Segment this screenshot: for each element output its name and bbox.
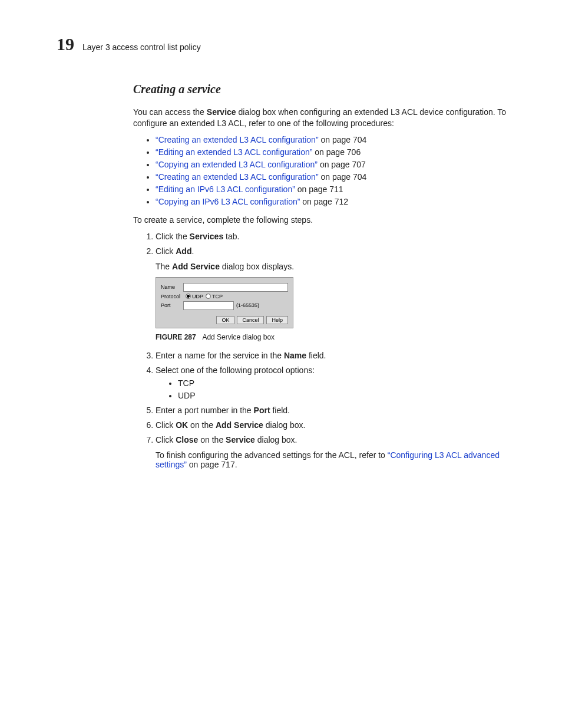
add-service-dialog: Name Protocol UDP TCP Port (1-65535) xyxy=(156,277,293,328)
udp-radio[interactable] xyxy=(186,294,191,299)
content-column: Creating a service You can access the Se… xyxy=(133,83,529,469)
step-1: Click the Services tab. xyxy=(156,232,529,241)
xref-page: on page 711 xyxy=(295,185,343,194)
text-bold: Add Service xyxy=(216,420,263,430)
text: Enter a name for the service in the xyxy=(156,351,284,360)
running-header: 19 Layer 3 access control list policy xyxy=(57,34,527,54)
text-bold: Close xyxy=(176,435,198,444)
text: Select one of the following protocol opt… xyxy=(156,365,315,375)
dialog-protocol-label: Protocol xyxy=(161,294,183,299)
text-bold: Services xyxy=(190,232,224,241)
step-sub: To finish configuring the advanced setti… xyxy=(156,450,529,469)
text-bold: OK xyxy=(176,420,188,430)
text-bold: Name xyxy=(284,351,306,360)
text-bold: Port xyxy=(254,406,270,415)
port-field[interactable] xyxy=(183,301,234,310)
text: Click xyxy=(156,435,176,444)
chapter-title: Layer 3 access control list policy xyxy=(82,42,201,52)
step-6: Click OK on the Add Service dialog box. xyxy=(156,420,529,430)
tcp-radio-label: TCP xyxy=(212,294,223,299)
tcp-radio[interactable] xyxy=(206,294,211,299)
text: You can access the xyxy=(133,107,207,117)
list-item: TCP xyxy=(178,378,529,388)
section-heading: Creating a service xyxy=(133,83,529,96)
xref-link[interactable]: “Copying an IPv6 L3 ACL configuration” xyxy=(156,197,300,206)
list-item: “Copying an IPv6 L3 ACL configuration” o… xyxy=(156,197,529,206)
text: The xyxy=(156,262,172,271)
text-bold: Service xyxy=(226,435,255,444)
step-7: Click Close on the Service dialog box. T… xyxy=(156,435,529,469)
dialog-port-label: Port xyxy=(161,302,183,308)
xref-link[interactable]: “Editing an IPv6 L3 ACL configuration” xyxy=(156,185,295,194)
xref-page: on page 712 xyxy=(300,197,348,206)
udp-radio-label: UDP xyxy=(192,294,203,299)
text: To finish configuring the advanced setti… xyxy=(156,450,388,460)
text: dialog box. xyxy=(263,420,306,430)
list-item: “Creating an extended L3 ACL configurati… xyxy=(156,135,529,144)
xref-link[interactable]: “Creating an extended L3 ACL configurati… xyxy=(156,172,319,182)
text: tab. xyxy=(223,232,239,241)
cancel-button[interactable]: Cancel xyxy=(237,316,264,324)
list-item: “Copying an extended L3 ACL configuratio… xyxy=(156,160,529,169)
text: dialog box displays. xyxy=(220,262,294,271)
text: on the xyxy=(188,420,216,430)
step-2: Click Add. The Add Service dialog box di… xyxy=(156,246,529,341)
xref-page: on page 707 xyxy=(318,160,366,169)
text: Click xyxy=(156,420,176,430)
step-sub: The Add Service dialog box displays. xyxy=(156,262,529,271)
text: Enter a port number in the xyxy=(156,406,254,415)
xref-page: on page 704 xyxy=(319,172,367,182)
figure-title: Add Service dialog box xyxy=(202,333,275,341)
text: Click xyxy=(156,246,176,256)
protocol-options: TCP UDP xyxy=(156,378,529,400)
xref-link[interactable]: “Copying an extended L3 ACL configuratio… xyxy=(156,160,318,169)
chapter-number: 19 xyxy=(57,34,74,54)
text-bold: Add xyxy=(176,246,191,256)
figure-label: FIGURE 287 xyxy=(156,333,196,341)
xref-link[interactable]: “Editing an extended L3 ACL configuratio… xyxy=(156,147,312,157)
step-5: Enter a port number in the Port field. xyxy=(156,406,529,415)
text: on the xyxy=(198,435,226,444)
step-4: Select one of the following protocol opt… xyxy=(156,365,529,400)
text-bold: Add Service xyxy=(172,262,220,271)
procedure-steps: Click the Services tab. Click Add. The A… xyxy=(133,232,529,469)
xref-link[interactable]: “Creating an extended L3 ACL configurati… xyxy=(156,135,319,144)
intro-paragraph: You can access the Service dialog box wh… xyxy=(133,107,529,129)
text: dialog box. xyxy=(255,435,297,444)
ok-button[interactable]: OK xyxy=(216,316,234,324)
xref-page: on page 704 xyxy=(319,135,367,144)
lead-in: To create a service, complete the follow… xyxy=(133,215,529,226)
list-item: “Editing an IPv6 L3 ACL configuration” o… xyxy=(156,185,529,194)
name-field[interactable] xyxy=(183,283,288,292)
dialog-name-label: Name xyxy=(161,284,183,290)
text: field. xyxy=(270,406,290,415)
port-hint: (1-65535) xyxy=(236,302,259,308)
xref-page: on page 706 xyxy=(312,147,361,157)
help-button[interactable]: Help xyxy=(266,316,288,324)
text: . xyxy=(191,246,194,256)
text: on page 717. xyxy=(187,460,237,469)
list-item: UDP xyxy=(178,391,529,400)
list-item: “Creating an extended L3 ACL configurati… xyxy=(156,172,529,182)
text-bold: Service xyxy=(207,107,236,117)
text: field. xyxy=(306,351,326,360)
figure-caption: FIGURE 287 Add Service dialog box xyxy=(156,333,529,341)
step-3: Enter a name for the service in the Name… xyxy=(156,351,529,360)
text: Click the xyxy=(156,232,190,241)
xref-list: “Creating an extended L3 ACL configurati… xyxy=(133,135,529,206)
list-item: “Editing an extended L3 ACL configuratio… xyxy=(156,147,529,157)
